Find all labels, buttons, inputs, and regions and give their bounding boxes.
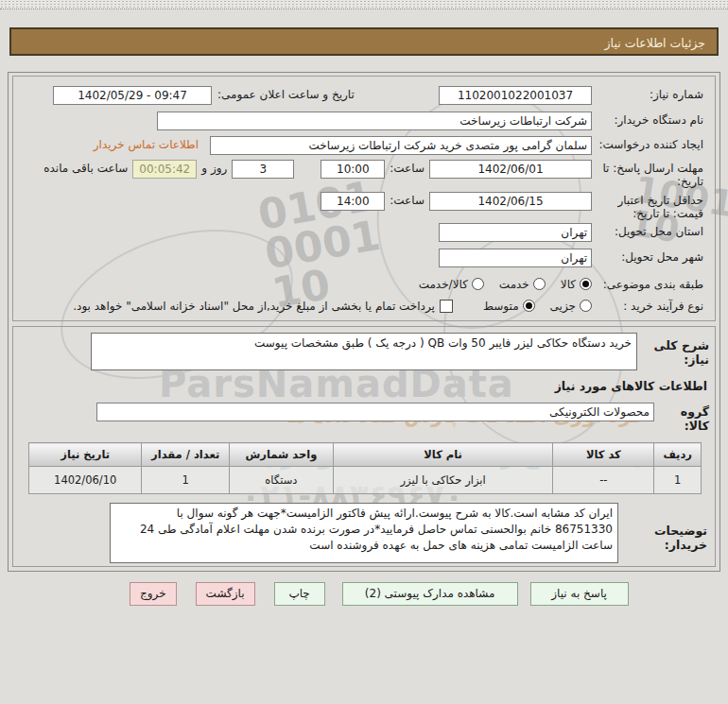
treasury-payment-option[interactable]: پرداخت تمام یا بخشی از مبلغ خرید,از محل … <box>73 298 453 313</box>
row-goods-group: گروه کالا: محصولات الکترونیکی <box>13 403 715 433</box>
col-quantity: تعداد / مقدار <box>142 443 229 467</box>
price-validity-time-field[interactable]: 14:00 <box>321 192 385 211</box>
row-price-validity: حداقل تاریخ اعتبار قیمت: تا تاریخ: 1402/… <box>13 192 715 221</box>
cell-need-date: 1402/06/10 <box>29 467 142 494</box>
radio-medium-icon[interactable] <box>523 300 535 312</box>
reply-deadline-time-label: ساعت: <box>390 160 425 175</box>
items-table: ردیف کد کالا نام کالا واحد شمارش تعداد /… <box>28 442 702 494</box>
cell-unit: دستگاه <box>229 467 333 494</box>
page-top-texture <box>0 0 728 9</box>
category-option-service-label: خدمت <box>499 276 529 291</box>
col-unit: واحد شمارش <box>229 443 333 467</box>
page-title: جزئیات اطلاعات نیاز <box>9 27 719 56</box>
price-validity-label: حداقل تاریخ اعتبار قیمت: تا تاریخ: <box>592 192 703 221</box>
buyer-notes-label: توضیحات خریدار: <box>618 503 707 552</box>
goods-group-field[interactable]: محصولات الکترونیکی <box>96 403 654 421</box>
col-item-code: کد کالا <box>553 443 654 467</box>
items-section-heading: اطلاعات کالاهای مورد نیاز <box>555 377 707 393</box>
price-validity-time-label: ساعت: <box>390 192 425 207</box>
process-option-minor[interactable]: جزیی <box>550 298 592 313</box>
delivery-city-field[interactable]: تهران <box>439 249 592 267</box>
col-row-number: ردیف <box>654 443 702 467</box>
print-button[interactable]: چاپ <box>274 582 325 606</box>
announce-datetime-label: تاریخ و ساعت اعلان عمومی: <box>212 86 380 101</box>
goods-group-label: گروه کالا: <box>654 403 709 433</box>
back-button[interactable]: بازگشت <box>196 582 255 606</box>
delivery-city-label: شهر محل تحویل: <box>592 249 703 264</box>
process-option-minor-label: جزیی <box>550 298 576 313</box>
row-delivery-province: استان محل تحویل: تهران <box>13 223 715 242</box>
buyer-notes-textarea[interactable]: ایران کد مشابه است.کالا به شرح پیوست.ارا… <box>110 503 618 563</box>
row-buyer-notes: توضیحات خریدار: ایران کد مشابه است.کالا … <box>13 503 715 563</box>
subject-category-label: طبقه بندی موضوعی: <box>592 276 703 291</box>
row-purchase-process-type: نوع فرآیند خرید : جزیی متوسط پرداخت تمام… <box>13 298 715 313</box>
cell-item-code: -- <box>553 467 654 494</box>
radio-minor-icon[interactable] <box>580 300 592 312</box>
category-option-goods-label: کالا <box>561 276 576 291</box>
row-subject-category: طبقه بندی موضوعی: کالا خدمت کالا/خدمت <box>13 276 715 291</box>
treasury-checkbox[interactable] <box>440 300 453 313</box>
row-items-heading: اطلاعات کالاهای مورد نیاز <box>13 377 715 393</box>
row-request-creator: ایجاد کننده درخواست: سلمان گرامی پور متص… <box>13 136 715 155</box>
request-creator-label: ایجاد کننده درخواست: <box>592 136 703 151</box>
need-description-label: شرح کلی نیاز: <box>637 333 709 367</box>
delivery-province-field[interactable]: تهران <box>439 223 592 242</box>
row-reply-deadline: مهلت ارسال پاسخ: تا تاریخ: 1402/06/01 سا… <box>13 160 715 189</box>
need-number-field[interactable]: 1102001022001037 <box>439 86 592 105</box>
treasury-checkbox-label: پرداخت تمام یا بخشی از مبلغ خرید,از محل … <box>73 298 435 313</box>
cell-quantity: 1 <box>142 467 229 494</box>
process-option-medium[interactable]: متوسط <box>483 298 535 313</box>
delivery-province-label: استان محل تحویل: <box>592 223 703 238</box>
row-delivery-city: شهر محل تحویل: تهران <box>13 249 715 267</box>
category-option-goods-service[interactable]: کالا/خدمت <box>419 276 484 291</box>
radio-service-icon[interactable] <box>533 278 546 290</box>
col-need-date: تاریخ نیاز <box>29 443 142 467</box>
general-info-box: شماره نیاز: 1102001022001037 تاریخ و ساع… <box>12 76 716 321</box>
respond-to-need-button[interactable]: پاسخ به نیاز <box>530 582 629 606</box>
category-option-goods-service-label: کالا/خدمت <box>419 276 468 291</box>
purchase-process-label: نوع فرآیند خرید : <box>592 298 703 313</box>
category-option-goods[interactable]: کالا <box>561 276 592 291</box>
view-attachments-button[interactable]: مشاهده مدارک پیوستی (2) <box>342 582 518 606</box>
radio-goods-service-icon[interactable] <box>472 278 484 290</box>
countdown-timer: 00:05:42 <box>132 160 197 179</box>
cell-item-name: ابزار حکاکی با لیزر <box>333 467 553 494</box>
radio-goods-icon[interactable] <box>580 278 592 290</box>
days-word: روز و <box>201 160 227 175</box>
buyer-org-label: نام دستگاه خریدار: <box>592 112 703 127</box>
price-validity-date-field[interactable]: 1402/06/15 <box>429 192 592 211</box>
reply-deadline-date-field[interactable]: 1402/06/01 <box>429 160 592 179</box>
reply-deadline-label: مهلت ارسال پاسخ: تا تاریخ: <box>592 160 703 189</box>
request-creator-field[interactable]: سلمان گرامی پور متصدی خرید شرکت ارتباطات… <box>210 136 592 155</box>
cell-row-number: 1 <box>654 467 702 494</box>
action-buttons-row: خروج بازگشت چاپ مشاهده مدارک پیوستی (2) … <box>0 582 728 607</box>
reply-deadline-time-field[interactable]: 10:00 <box>321 160 385 179</box>
items-table-header-row: ردیف کد کالا نام کالا واحد شمارش تعداد /… <box>29 443 702 467</box>
days-remaining-field[interactable]: 3 <box>232 160 294 179</box>
table-row: 1 -- ابزار حکاکی با لیزر دستگاه 1 1402/0… <box>29 467 702 494</box>
row-buyer-org: نام دستگاه خریدار: شرکت ارتباطات زیرساخت <box>13 112 715 130</box>
hours-remaining-word: ساعت باقی مانده <box>43 160 128 175</box>
announce-datetime-field[interactable]: 1402/05/29 - 09:47 <box>53 86 212 105</box>
row-need-number: شماره نیاز: 1102001022001037 تاریخ و ساع… <box>13 86 715 105</box>
need-details-page: { "page": { "title_bar": "جزئیات اطلاعات… <box>0 0 728 704</box>
need-details-panel: شماره نیاز: 1102001022001037 تاریخ و ساع… <box>8 72 720 572</box>
process-option-medium-label: متوسط <box>483 298 519 313</box>
need-number-label: شماره نیاز: <box>592 86 703 101</box>
buyer-contact-link[interactable]: اطلاعات تماس خریدار <box>94 136 199 151</box>
items-info-box: شرح کلی نیاز: خرید دستگاه حکاکی لیزر فای… <box>12 326 716 567</box>
buyer-org-field[interactable]: شرکت ارتباطات زیرساخت <box>157 112 592 130</box>
category-option-service[interactable]: خدمت <box>499 276 546 291</box>
col-item-name: نام کالا <box>333 443 553 467</box>
exit-button[interactable]: خروج <box>130 582 177 606</box>
row-need-description: شرح کلی نیاز: خرید دستگاه حکاکی لیزر فای… <box>13 333 715 370</box>
need-description-textarea[interactable]: خرید دستگاه حکاکی لیزر فایبر 50 وات QB (… <box>91 333 637 370</box>
